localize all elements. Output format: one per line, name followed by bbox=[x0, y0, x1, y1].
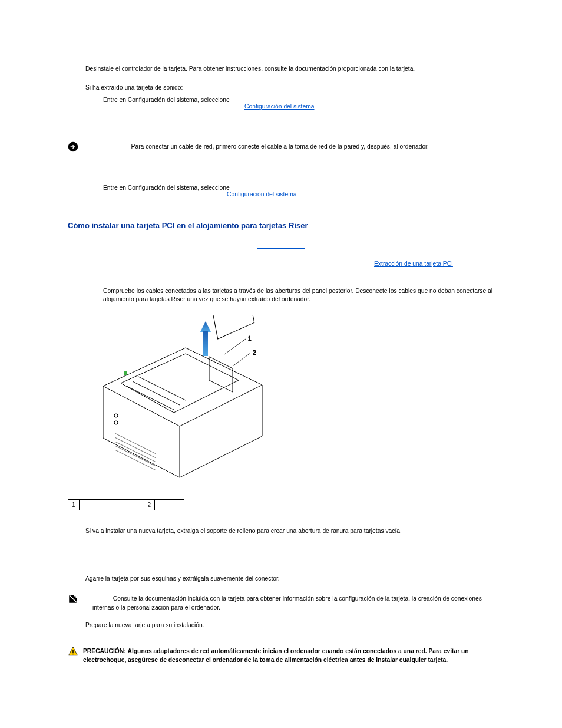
aviso-icon bbox=[68, 141, 78, 152]
caution-text: Algunos adaptadores de red automáticamen… bbox=[83, 648, 469, 663]
svg-rect-6 bbox=[124, 371, 127, 375]
svg-marker-1 bbox=[200, 321, 211, 332]
section-title-riser: Cómo instalar una tarjeta PCI en el aloj… bbox=[68, 221, 494, 230]
aviso-text: Para conectar un cable de red, primero c… bbox=[131, 143, 429, 150]
svg-text:1: 1 bbox=[248, 335, 252, 342]
grab-corners-text: Agarre la tarjeta por sus esquinas y ext… bbox=[85, 575, 494, 583]
remove-pci-link[interactable]: Extracción de una tarjeta PCI bbox=[374, 261, 453, 267]
uninstall-driver-text: Desinstale el controlador de la tarjeta.… bbox=[85, 65, 494, 73]
svg-rect-13 bbox=[72, 650, 74, 653]
sysconfig-link-1[interactable]: Configuración del sistema bbox=[244, 103, 314, 110]
svg-line-9 bbox=[233, 353, 250, 366]
caution-icon bbox=[68, 646, 78, 657]
nota-label: NOTA: bbox=[92, 595, 111, 602]
svg-point-4 bbox=[114, 414, 118, 417]
aviso-label: AVISO: bbox=[109, 143, 130, 150]
new-card-bracket-text: Si va a instalar una nueva tarjeta, extr… bbox=[85, 527, 494, 535]
nota-icon bbox=[68, 594, 78, 604]
callout-2-label: asidero bbox=[155, 500, 184, 510]
svg-text:2: 2 bbox=[253, 350, 256, 356]
sysconfig-link-2[interactable]: Configuración del sistema bbox=[227, 191, 296, 197]
callout-1-num: 1 bbox=[68, 500, 80, 510]
check-cables-text: Compruebe los cables conectados a las ta… bbox=[103, 287, 494, 304]
svg-point-5 bbox=[114, 421, 118, 424]
if-sound-removed: Si ha extraído una tarjeta de sonido: bbox=[85, 84, 494, 92]
prepare-card-text: Prepare la nueva tarjeta para su instala… bbox=[85, 621, 494, 630]
callout-1-label: tarjeta vertical bbox=[79, 500, 144, 510]
callout-2-num: 2 bbox=[144, 500, 155, 510]
svg-rect-14 bbox=[72, 654, 74, 655]
table-row: 1 tarjeta vertical 2 asidero bbox=[68, 500, 184, 510]
title-underline-fragment bbox=[257, 243, 305, 249]
riser-illustration: 1 2 bbox=[85, 315, 494, 487]
caution-label: PRECAUCIÓN: bbox=[83, 648, 126, 654]
svg-line-7 bbox=[224, 339, 246, 354]
callout-table: 1 tarjeta vertical 2 asidero bbox=[68, 499, 184, 510]
svg-rect-2 bbox=[203, 331, 208, 356]
nota-text: Consulte la documentación incluida con l… bbox=[92, 595, 482, 610]
